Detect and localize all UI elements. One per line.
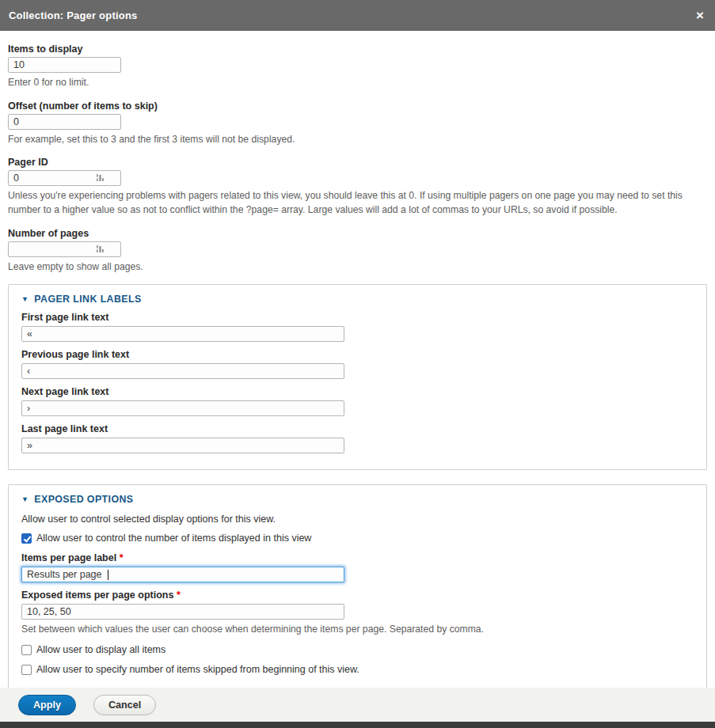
exposed-items-options-help: Set between which values the user can ch… <box>21 623 694 637</box>
checkbox-row-specify-skipped: Allow user to specify number of items sk… <box>21 664 694 675</box>
collapse-triangle-icon: ▼ <box>21 495 29 503</box>
pager-id-help: Unless you're experiencing problems with… <box>8 189 705 217</box>
specify-skipped-checkbox[interactable] <box>21 665 32 675</box>
modal-footer: Apply Cancel <box>0 688 715 722</box>
field-number-of-pages: Number of pages Leave empty to show all … <box>8 228 707 275</box>
control-items-checkbox-label[interactable]: Allow user to control the number of item… <box>36 533 311 544</box>
display-all-checkbox-label[interactable]: Allow user to display all items <box>36 644 165 655</box>
next-page-link-input[interactable] <box>21 400 344 416</box>
modal-header: Collection: Pager options × <box>0 0 715 31</box>
page-background-bar <box>0 722 715 728</box>
field-last-page-link: Last page link text <box>21 423 694 453</box>
number-of-pages-help: Leave empty to show all pages. <box>8 260 707 275</box>
specify-skipped-checkbox-label[interactable]: Allow user to specify number of items sk… <box>36 664 359 675</box>
control-items-checkbox[interactable] <box>21 533 32 544</box>
pager-link-labels-legend-text: PAGER LINK LABELS <box>34 294 141 305</box>
previous-page-link-input[interactable] <box>21 363 344 379</box>
checkbox-row-control-items: Allow user to control the number of item… <box>21 533 694 544</box>
last-page-link-label: Last page link text <box>21 423 694 434</box>
pager-link-labels-fieldset: ▼PAGER LINK LABELS First page link text … <box>8 284 707 470</box>
previous-page-link-label: Previous page link text <box>21 349 694 360</box>
field-first-page-link: First page link text <box>21 312 694 342</box>
offset-help: For example, set this to 3 and the first… <box>8 133 707 147</box>
number-of-pages-input[interactable] <box>8 241 121 257</box>
field-previous-page-link: Previous page link text <box>21 349 694 379</box>
next-page-link-label: Next page link text <box>21 386 694 397</box>
items-per-page-label-input[interactable] <box>21 567 344 582</box>
required-marker: * <box>177 590 181 601</box>
exposed-options-description: Allow user to control selected display o… <box>21 514 694 525</box>
items-to-display-help: Enter 0 for no limit. <box>8 76 707 90</box>
collapse-triangle-icon: ▼ <box>21 295 29 303</box>
modal-title: Collection: Pager options <box>9 9 137 21</box>
first-page-link-label: First page link text <box>21 312 694 323</box>
field-items-per-page-label: Items per page label * <box>21 552 694 582</box>
items-to-display-input[interactable] <box>8 57 121 73</box>
items-to-display-label: Items to display <box>8 44 707 55</box>
apply-button[interactable]: Apply <box>18 695 76 715</box>
pager-options-form: Items to display Enter 0 for no limit. O… <box>0 31 715 728</box>
exposed-items-options-input[interactable] <box>21 604 344 620</box>
field-offset: Offset (number of items to skip) For exa… <box>8 100 707 147</box>
display-all-checkbox[interactable] <box>21 645 32 655</box>
pager-id-label: Pager ID <box>8 157 707 168</box>
required-marker: * <box>120 552 124 563</box>
field-next-page-link: Next page link text <box>21 386 694 416</box>
text-caret <box>108 570 108 580</box>
cancel-button[interactable]: Cancel <box>93 695 156 715</box>
offset-label: Offset (number of items to skip) <box>8 100 707 112</box>
field-items-to-display: Items to display Enter 0 for no limit. <box>8 44 707 90</box>
field-exposed-items-options: Exposed items per page options * Set bet… <box>21 590 694 637</box>
last-page-link-input[interactable] <box>21 438 344 453</box>
pager-link-labels-legend[interactable]: ▼PAGER LINK LABELS <box>21 290 694 312</box>
number-of-pages-label: Number of pages <box>8 228 707 239</box>
close-icon[interactable]: × <box>696 9 704 22</box>
first-page-link-input[interactable] <box>21 326 344 342</box>
offset-input[interactable] <box>8 114 121 130</box>
pager-id-input[interactable] <box>8 170 121 186</box>
exposed-options-legend[interactable]: ▼EXPOSED OPTIONS <box>21 490 694 512</box>
checkbox-row-display-all: Allow user to display all items <box>21 644 694 655</box>
exposed-options-legend-text: EXPOSED OPTIONS <box>34 494 133 505</box>
items-per-page-label-text: Items per page label <box>21 552 116 563</box>
exposed-options-fieldset: ▼EXPOSED OPTIONS Allow user to control s… <box>8 484 707 693</box>
field-pager-id: Pager ID Unless you're experiencing prob… <box>8 157 707 217</box>
exposed-items-options-label-text: Exposed items per page options <box>21 590 173 601</box>
